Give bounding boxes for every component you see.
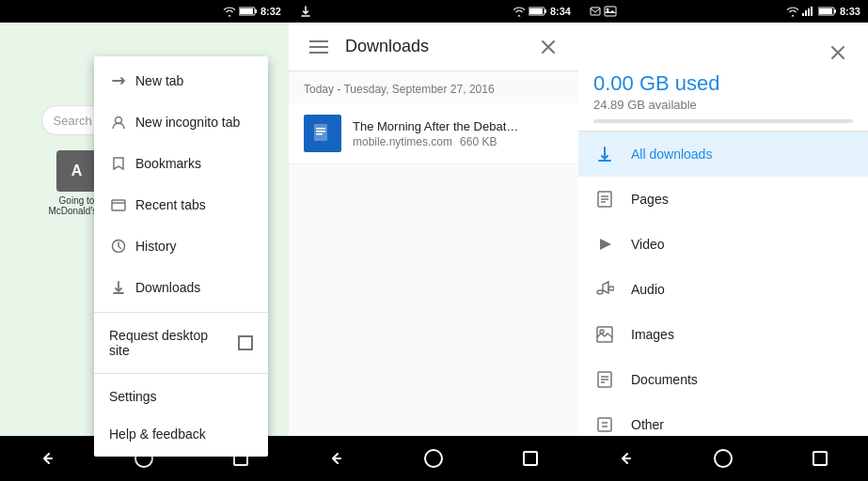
svg-rect-19: [591, 8, 600, 15]
documents-icon: [593, 368, 616, 391]
settings-label: Settings: [109, 389, 253, 404]
svg-rect-11: [529, 8, 543, 14]
time-3: 8:33: [840, 6, 860, 17]
svg-rect-2: [240, 8, 253, 14]
time-2: 8:34: [550, 6, 571, 17]
back-nav-3[interactable]: [615, 447, 638, 470]
svg-rect-1: [255, 9, 257, 13]
new-incognito-label: New incognito tab: [135, 115, 253, 130]
svg-rect-41: [598, 418, 611, 431]
category-images[interactable]: Images: [578, 312, 868, 357]
new-tab-label: New tab: [135, 73, 253, 88]
download-status-icon: [300, 6, 311, 17]
storage-progress-bar: [593, 119, 853, 123]
all-downloads-label: All downloads: [631, 147, 853, 162]
category-video[interactable]: Video: [578, 222, 868, 267]
close-button-3[interactable]: [823, 38, 853, 68]
svg-rect-23: [805, 10, 807, 16]
category-pages[interactable]: Pages: [578, 177, 868, 222]
history-label: History: [135, 239, 253, 254]
menu-item-bookmarks[interactable]: Bookmarks: [94, 143, 268, 184]
svg-rect-25: [811, 7, 813, 16]
recent-nav-2[interactable]: [519, 447, 542, 470]
incognito-icon: [109, 113, 128, 132]
status-icons-1: 8:32: [223, 6, 281, 17]
svg-rect-20: [605, 7, 616, 16]
svg-rect-17: [316, 131, 325, 132]
home-nav-2[interactable]: [422, 447, 445, 470]
request-desktop-label: Request desktop site: [109, 328, 230, 358]
download-item-nytimes[interactable]: The Morning After the Debate, Donald Tru…: [289, 103, 578, 164]
status-bar-3: 8:33: [578, 0, 868, 23]
downloads-title: Downloads: [345, 37, 522, 56]
pages-label: Pages: [631, 192, 853, 207]
svg-rect-15: [314, 124, 327, 141]
category-other[interactable]: Other: [578, 402, 868, 436]
downloads-content: Today - Tuesday, September 27, 2016 The …: [289, 71, 578, 436]
back-nav-2[interactable]: [325, 447, 348, 470]
nav-bar-2: [289, 436, 578, 481]
panel-storage: 8:33 0.00 GB used 24.89 GB available All…: [578, 0, 868, 481]
panel-chrome-menu: 8:32: [0, 0, 289, 481]
home-nav-3[interactable]: [712, 447, 734, 470]
close-row: [593, 38, 853, 68]
menu-divider-2: [94, 373, 268, 374]
menu-item-recent-tabs[interactable]: Recent tabs: [94, 184, 268, 225]
menu-item-settings[interactable]: Settings: [94, 378, 268, 415]
menu-item-history[interactable]: History: [94, 225, 268, 267]
menu-item-help[interactable]: Help & feedback: [94, 415, 268, 453]
other-label: Other: [631, 417, 853, 432]
menu-item-request-desktop[interactable]: Request desktop site: [94, 317, 268, 369]
video-label: Video: [631, 237, 853, 252]
downloads-toolbar: Downloads: [289, 23, 578, 71]
recent-tabs-icon: [109, 195, 128, 214]
menu-item-new-tab[interactable]: New tab: [94, 60, 268, 101]
hamburger-button[interactable]: [304, 32, 334, 62]
images-icon: [593, 323, 616, 346]
svg-rect-10: [544, 9, 546, 13]
category-documents[interactable]: Documents: [578, 357, 868, 402]
storage-header: 0.00 GB used 24.89 GB available: [578, 23, 868, 132]
back-nav-1[interactable]: [37, 447, 59, 470]
battery-icon: [239, 6, 258, 17]
photo-icon-3: [604, 6, 617, 17]
svg-rect-28: [819, 8, 832, 14]
images-label: Images: [631, 327, 853, 342]
history-icon: [109, 237, 128, 256]
dl-item-info: The Morning After the Debate, Donald Tru…: [353, 119, 563, 148]
svg-rect-24: [808, 8, 810, 16]
menu-item-new-incognito[interactable]: New incognito tab: [94, 101, 268, 143]
wifi-icon-3: [786, 6, 799, 17]
menu-divider-1: [94, 312, 268, 313]
other-icon: [593, 413, 616, 436]
audio-icon: [593, 278, 616, 301]
help-label: Help & feedback: [109, 427, 253, 442]
status-bar-2: 8:34: [289, 0, 578, 23]
recent-tabs-label: Recent tabs: [135, 197, 253, 212]
category-list: All downloads Pages Video Audio Images: [578, 132, 868, 436]
svg-point-34: [608, 287, 614, 290]
category-audio[interactable]: Audio: [578, 267, 868, 312]
shortcut-icon-a: A: [56, 150, 98, 192]
dl-source: mobile.nytimes.com: [353, 135, 452, 148]
downloads-icon: [109, 278, 128, 297]
category-all-downloads[interactable]: All downloads: [578, 132, 868, 177]
svg-rect-27: [834, 9, 836, 13]
documents-label: Documents: [631, 372, 853, 387]
envelope-icon: [590, 6, 601, 17]
downloads-label: Downloads: [135, 280, 253, 295]
battery-icon-3: [818, 6, 837, 17]
time-1: 8:32: [260, 6, 281, 17]
dl-size: 660 KB: [460, 135, 497, 148]
new-tab-icon: [109, 71, 128, 90]
dl-item-meta: mobile.nytimes.com 660 KB: [353, 135, 563, 148]
close-button-2[interactable]: [533, 32, 563, 62]
signal-icon-3: [802, 6, 815, 17]
recent-nav-3[interactable]: [809, 447, 831, 470]
all-downloads-icon: [593, 143, 616, 165]
wifi-icon: [223, 6, 236, 17]
svg-rect-7: [112, 200, 125, 210]
menu-item-downloads[interactable]: Downloads: [94, 267, 268, 308]
desktop-site-checkbox[interactable]: [238, 335, 253, 350]
pages-icon: [593, 188, 616, 210]
